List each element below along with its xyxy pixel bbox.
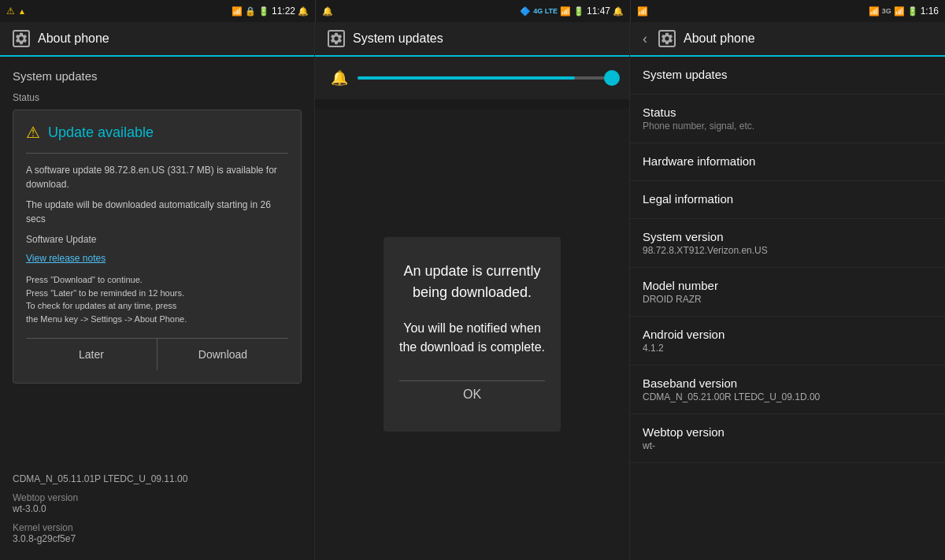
status-bar-3: 📶 📶 3G 📶 🔋 1:16 xyxy=(630,0,945,22)
dialog-body-1: A software update 98.72.8.en.US (331.7 M… xyxy=(26,163,288,191)
menu-item-legal-info[interactable]: Legal information xyxy=(630,181,945,219)
menu-item-hardware-info[interactable]: Hardware information xyxy=(630,143,945,181)
menu-item-title-android: Android version xyxy=(643,328,932,341)
gear-icon-1 xyxy=(13,30,30,47)
battery-icon-2: 🔋 xyxy=(573,6,584,17)
signal-icon-3: 📶 xyxy=(894,6,905,17)
menu-item-value-model: DROID RAZR xyxy=(643,294,932,305)
title-bar-1: About phone xyxy=(0,22,314,57)
title-bar-2: System updates xyxy=(315,22,629,57)
download-in-progress-dialog: An update is currently being downloaded.… xyxy=(384,237,561,432)
time-3: 1:16 xyxy=(921,6,939,17)
time-2: 11:47 xyxy=(587,6,610,17)
warning-triangle-icon: ⚠ xyxy=(26,123,40,142)
dialog-title-area: ⚠ Update available xyxy=(26,123,288,142)
volume-icon: 🔔 xyxy=(331,69,348,87)
menu-item-sub-status: Phone number, signal, etc. xyxy=(643,121,932,132)
dialog-divider xyxy=(26,153,288,154)
3g-icon: 3G xyxy=(882,7,891,15)
alert-icon: ▲ xyxy=(18,7,26,16)
time-1: 11:22 xyxy=(272,6,295,17)
menu-item-model-number: Model number DROID RAZR xyxy=(630,268,945,317)
menu-item-value-android: 4.1.2 xyxy=(643,343,932,354)
menu-item-title-legal: Legal information xyxy=(643,192,932,206)
bottom-info-1: CDMA_N_05.11.01P LTEDC_U_09.11.00 Webtop… xyxy=(0,465,314,560)
release-notes-link[interactable]: View release notes xyxy=(26,253,288,264)
later-button[interactable]: Later xyxy=(26,339,158,370)
title-bar-3: ‹ About phone xyxy=(630,22,945,57)
warning-status-icon: ⚠ xyxy=(6,6,15,17)
battery-icon-3: 🔋 xyxy=(907,6,918,17)
menu-item-title-model: Model number xyxy=(643,279,932,292)
volume-slider-thumb[interactable] xyxy=(604,70,620,86)
menu-item-title-system-version: System version xyxy=(643,230,932,243)
menu-item-system-updates[interactable]: System updates xyxy=(630,57,945,95)
dialog-instructions: Press "Download" to continue. Press "Lat… xyxy=(26,273,288,325)
download-dialog-line1: An update is currently being downloaded. xyxy=(399,261,545,303)
wifi-icon-1: 📶 xyxy=(232,6,243,17)
sub-label-1: Status xyxy=(13,92,302,103)
dialog-title-text: Update available xyxy=(48,124,154,141)
menu-item-title-baseband: Baseband version xyxy=(643,376,932,390)
download-dialog-container: An update is currently being downloaded.… xyxy=(315,109,629,560)
wifi-icon-3b: 📶 xyxy=(869,6,880,17)
menu-item-baseband-version: Baseband version CDMA_N_05.21.00R LTEDC_… xyxy=(630,365,945,414)
panel-system-updates: System updates 🔔 An update is currently … xyxy=(315,22,630,560)
section-title-1: System updates xyxy=(13,69,302,83)
panel-about-phone-1: About phone System updates Status ⚠ Upda… xyxy=(0,22,315,560)
signal-icon-2: 📶 xyxy=(560,6,571,17)
kernel-value-1: 3.0.8-g29cf5e7 xyxy=(13,533,302,544)
menu-item-status[interactable]: Status Phone number, signal, etc. xyxy=(630,95,945,143)
download-dialog-sub: You will be notified when the download i… xyxy=(399,319,545,357)
menu-item-value-webtop: wt- xyxy=(643,440,932,451)
notification-icon-3: 🔔 xyxy=(613,6,624,17)
title-text-2: System updates xyxy=(353,32,443,46)
volume-slider-fill xyxy=(358,76,575,80)
bluetooth-icon: 🔷 xyxy=(520,6,531,17)
download-ok-button[interactable]: OK xyxy=(399,380,545,408)
download-button[interactable]: Download xyxy=(158,339,288,370)
gear-icon-3 xyxy=(658,30,676,47)
cdma-value-1: CDMA_N_05.11.01P LTEDC_U_09.11.00 xyxy=(13,473,302,484)
title-text-1: About phone xyxy=(38,32,109,46)
menu-item-title-webtop: Webtop version xyxy=(643,425,932,439)
lte-icon: 4G LTE xyxy=(533,7,558,15)
notification-icon-2: 🔔 xyxy=(322,6,333,17)
webtop-value-1: wt-3.0.0 xyxy=(13,503,302,514)
status-bar-1: ⚠ ▲ 📶 🔒 🔋 11:22 🔔 xyxy=(0,0,315,22)
back-chevron-icon[interactable]: ‹ xyxy=(643,31,647,47)
update-dialog: ⚠ Update available A software update 98.… xyxy=(13,109,302,384)
volume-slider-track[interactable] xyxy=(358,76,613,80)
dialog-buttons: Later Download xyxy=(26,338,288,370)
panel-about-phone-3: ‹ About phone System updates Status Phon… xyxy=(630,22,945,560)
status-bar-2: 🔔 🔷 4G LTE 📶 🔋 11:47 🔔 xyxy=(315,0,630,22)
dialog-body-2: The update will be downloaded automatica… xyxy=(26,198,288,226)
menu-item-android-version: Android version 4.1.2 xyxy=(630,317,945,365)
gear-icon-2 xyxy=(328,30,345,47)
menu-item-value-system-version: 98.72.8.XT912.Verizon.en.US xyxy=(643,245,932,256)
panel-content-1: System updates Status ⚠ Update available… xyxy=(0,57,314,465)
notification-icon-1: 🔔 xyxy=(298,6,309,17)
kernel-label-1: Kernel version xyxy=(13,522,302,533)
menu-item-value-baseband: CDMA_N_05.21.00R LTEDC_U_09.1D.00 xyxy=(643,391,932,402)
volume-area: 🔔 xyxy=(315,57,629,109)
menu-item-title-status: Status xyxy=(643,106,932,119)
menu-item-title-hardware: Hardware information xyxy=(643,154,932,168)
menu-item-title-system-updates: System updates xyxy=(643,68,932,81)
menu-item-system-version: System version 98.72.8.XT912.Verizon.en.… xyxy=(630,219,945,268)
right-panel-menu: System updates Status Phone number, sign… xyxy=(630,57,945,560)
dialog-body-3: Software Update xyxy=(26,232,288,247)
battery-icon-1: 🔋 xyxy=(258,6,269,17)
title-text-3: About phone xyxy=(684,32,755,46)
webtop-label-1: Webtop version xyxy=(13,492,302,503)
menu-item-webtop-version: Webtop version wt- xyxy=(630,414,945,463)
sim-icon-1: 🔒 xyxy=(245,6,256,17)
wifi-icon-3: 📶 xyxy=(637,6,648,17)
